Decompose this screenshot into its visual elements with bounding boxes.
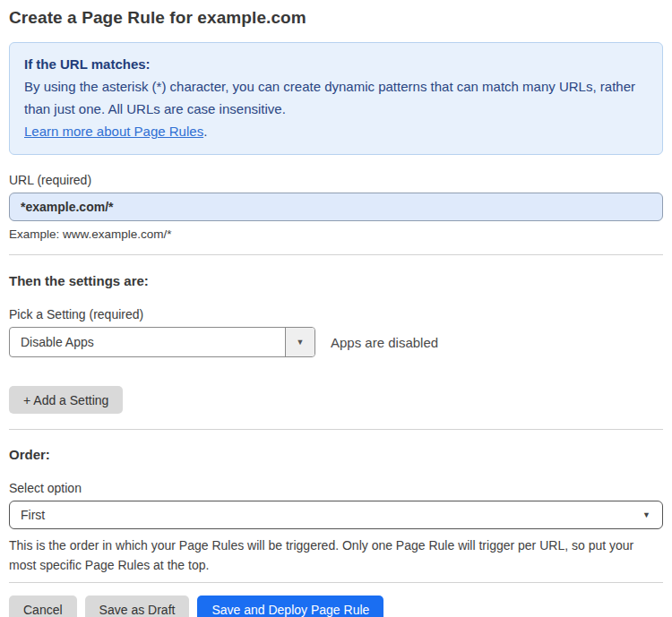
setting-dropdown-arrow-button[interactable]: ▼ — [285, 328, 314, 356]
chevron-down-icon: ▼ — [297, 338, 305, 347]
page-rule-form: Create a Page Rule for example.com If th… — [0, 0, 672, 617]
link-suffix: . — [203, 124, 207, 139]
setting-dropdown[interactable]: Disable Apps ▼ — [9, 327, 315, 357]
order-section-heading: Order: — [9, 447, 663, 462]
setting-picker-label: Pick a Setting (required) — [9, 307, 663, 321]
setting-dropdown-value: Disable Apps — [10, 328, 285, 356]
order-help-text: This is the order in which your Page Rul… — [9, 536, 654, 575]
save-as-draft-button[interactable]: Save as Draft — [85, 596, 190, 617]
cancel-button[interactable]: Cancel — [9, 596, 77, 617]
page-title: Create a Page Rule for example.com — [9, 8, 663, 28]
section-divider — [9, 429, 663, 430]
info-box-heading: If the URL matches: — [24, 53, 648, 75]
setting-status-text: Apps are disabled — [331, 335, 438, 350]
order-select[interactable]: First ▼ — [9, 501, 663, 529]
settings-section-heading: Then the settings are: — [9, 273, 663, 288]
url-example-text: Example: www.example.com/* — [9, 227, 663, 241]
order-select-value: First — [21, 508, 45, 522]
url-match-info-box: If the URL matches: By using the asteris… — [9, 42, 663, 155]
order-select-label: Select option — [9, 481, 663, 495]
setting-row: Disable Apps ▼ Apps are disabled — [9, 327, 663, 357]
url-field-label: URL (required) — [9, 173, 663, 187]
add-setting-button[interactable]: + Add a Setting — [9, 386, 123, 414]
chevron-down-icon: ▼ — [642, 510, 650, 519]
footer-divider — [9, 582, 663, 583]
learn-more-link[interactable]: Learn more about Page Rules — [24, 124, 203, 139]
section-divider — [9, 254, 663, 255]
footer-button-row: Cancel Save as Draft Save and Deploy Pag… — [9, 596, 663, 617]
save-and-deploy-button[interactable]: Save and Deploy Page Rule — [197, 596, 383, 617]
url-input[interactable] — [9, 193, 663, 221]
info-box-link-line: Learn more about Page Rules. — [24, 120, 648, 142]
info-box-body: By using the asterisk (*) character, you… — [24, 75, 648, 120]
